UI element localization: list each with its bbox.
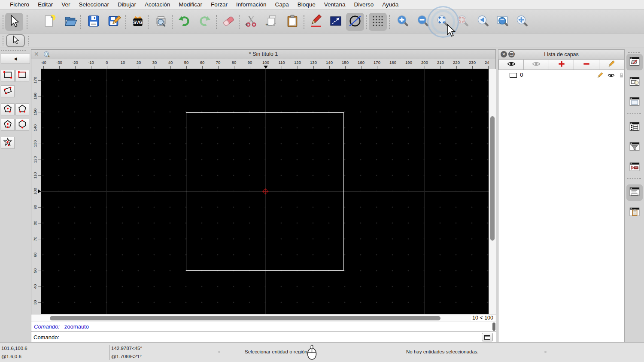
status-rel-coordinates: @1.6,0.6 bbox=[1, 354, 21, 359]
status-divider bbox=[109, 345, 110, 360]
current-tool-select-button[interactable] bbox=[6, 34, 25, 47]
open-file-button[interactable] bbox=[61, 13, 79, 31]
layer-list-toggle-button[interactable] bbox=[626, 54, 643, 70]
ruler-tick bbox=[393, 66, 393, 69]
rectangle-corner-size-tool-button[interactable] bbox=[15, 70, 29, 82]
ruler-tick bbox=[38, 128, 41, 128]
menu-editar[interactable]: Editar bbox=[33, 0, 57, 9]
layer-lock-icon[interactable] bbox=[618, 72, 625, 79]
ruler-label: 40 bbox=[168, 60, 173, 65]
menu-ver[interactable]: Ver bbox=[57, 0, 74, 9]
new-document-button[interactable] bbox=[41, 13, 59, 31]
dock-separator bbox=[627, 113, 641, 114]
horizontal-scrollbar-thumb[interactable] bbox=[50, 316, 440, 320]
remove-layer-button[interactable] bbox=[574, 59, 599, 70]
menu-informacion[interactable]: Información bbox=[232, 0, 271, 9]
main-toolbar: SVG++ bbox=[0, 10, 644, 33]
draw-order-button[interactable] bbox=[327, 13, 345, 31]
zoom-previous-button[interactable] bbox=[474, 13, 492, 31]
rectangle-2-corners-tool-button[interactable] bbox=[1, 70, 15, 82]
status-separator-dot bbox=[544, 351, 547, 353]
toolbar-drag-handle[interactable] bbox=[3, 15, 3, 29]
polygon-2-corners-tool-button[interactable] bbox=[1, 119, 15, 131]
menu-ayuda[interactable]: Ayuda bbox=[378, 0, 403, 9]
clipboard-toggle-button[interactable] bbox=[626, 205, 643, 221]
edit-layer-button[interactable] bbox=[599, 59, 624, 70]
ruler-tick bbox=[75, 66, 76, 69]
ruler-tick bbox=[282, 66, 282, 69]
dock-drag-handle[interactable] bbox=[628, 52, 640, 53]
layer-visible-icon[interactable] bbox=[608, 72, 615, 79]
menu-acotacion[interactable]: Acotación bbox=[140, 0, 174, 9]
new-document-icon bbox=[43, 14, 57, 30]
zoom-window-icon bbox=[496, 14, 510, 30]
star-tool-button[interactable] bbox=[1, 137, 15, 149]
delete-entities-button[interactable] bbox=[219, 13, 237, 31]
zoom-window-button[interactable] bbox=[494, 13, 512, 31]
ruler-label: 120 bbox=[294, 60, 301, 65]
rectangle-3-points-icon bbox=[2, 86, 13, 97]
menu-modificar[interactable]: Modificar bbox=[174, 0, 207, 9]
redo-button[interactable] bbox=[196, 13, 214, 31]
toolbar-drag-handle[interactable] bbox=[3, 36, 3, 45]
ruler-label: 70 bbox=[33, 237, 37, 241]
export-svg-button[interactable]: SVG bbox=[129, 13, 147, 31]
mouse-hint-icon bbox=[307, 344, 317, 361]
ruler-tick bbox=[38, 271, 41, 271]
layer-edit-icon[interactable] bbox=[596, 72, 604, 79]
menu-dibujar[interactable]: Dibujar bbox=[113, 0, 140, 9]
save-button[interactable] bbox=[85, 13, 103, 31]
show-all-layers-button[interactable] bbox=[498, 59, 524, 70]
menu-forzar[interactable]: Forzar bbox=[207, 0, 232, 9]
menu-bloque[interactable]: Bloque bbox=[293, 0, 320, 9]
library-browser-toggle-button[interactable] bbox=[626, 94, 643, 111]
ruler-vertical: 17016015014013012011010090807060504030 bbox=[31, 69, 41, 314]
entity-list-toggle-icon bbox=[628, 120, 641, 135]
palette-drag-handle[interactable] bbox=[1, 50, 26, 51]
polygon-side-tool-button[interactable] bbox=[15, 119, 29, 131]
rectangle-3-points-tool-button[interactable] bbox=[1, 85, 15, 97]
command-input-row[interactable]: Comando: bbox=[31, 331, 496, 343]
paste-button[interactable] bbox=[283, 13, 301, 31]
polygon-center-tangent-tool-button[interactable] bbox=[15, 103, 29, 115]
ruler-label: 150 bbox=[33, 109, 37, 115]
point-entity[interactable] bbox=[263, 189, 268, 194]
cut-button[interactable]: + bbox=[242, 13, 260, 31]
polygon-center-corner-tool-button[interactable] bbox=[1, 103, 15, 115]
command-history-scrollbar[interactable] bbox=[492, 323, 495, 331]
menu-seleccionar[interactable]: Seleccionar bbox=[75, 0, 114, 9]
print-preview-button[interactable] bbox=[152, 13, 170, 31]
entity-list-toggle-button[interactable] bbox=[626, 119, 643, 136]
zoom-pan-button[interactable] bbox=[513, 13, 531, 31]
ruler-label: 220 bbox=[453, 60, 460, 65]
copy-button[interactable]: + bbox=[263, 13, 281, 31]
grid-toggle-button[interactable] bbox=[369, 13, 387, 31]
vertical-scrollbar-thumb[interactable] bbox=[490, 116, 495, 241]
open-file-icon bbox=[64, 14, 77, 30]
status-rel-polar: @1.7088<21° bbox=[111, 354, 142, 359]
menu-ventana[interactable]: Ventana bbox=[320, 0, 350, 9]
undo-button[interactable] bbox=[175, 13, 193, 31]
menu-fichero[interactable]: Fichero bbox=[6, 0, 33, 9]
circle-line-tool-button[interactable] bbox=[346, 13, 364, 31]
horizontal-scrollbar[interactable]: 10 < 100 bbox=[31, 314, 496, 322]
menu-capa[interactable]: Capa bbox=[271, 0, 293, 9]
drawing-canvas[interactable] bbox=[41, 69, 489, 314]
palette-back-button[interactable]: ◄ bbox=[1, 54, 30, 64]
edit-attributes-button[interactable] bbox=[307, 13, 325, 31]
ruler-label: 110 bbox=[278, 60, 285, 65]
zoom-in-button[interactable] bbox=[394, 13, 412, 31]
command-line-toggle-button[interactable] bbox=[626, 184, 643, 201]
command-prompt-label: Comando: bbox=[33, 334, 59, 341]
selection-filter-toggle-button[interactable] bbox=[626, 139, 643, 156]
menu-diverso[interactable]: Diverso bbox=[349, 0, 378, 9]
block-list-toggle-button[interactable] bbox=[626, 74, 643, 90]
layer-row[interactable]: 0 bbox=[498, 70, 624, 81]
save-as-button[interactable] bbox=[105, 13, 123, 31]
visualview-toggle-button[interactable] bbox=[626, 160, 643, 176]
hide-all-layers-button[interactable] bbox=[524, 59, 549, 70]
command-dock-button[interactable] bbox=[482, 333, 493, 341]
vertical-scrollbar[interactable] bbox=[489, 69, 496, 314]
select-button[interactable] bbox=[5, 13, 23, 31]
add-layer-button[interactable] bbox=[549, 59, 574, 70]
